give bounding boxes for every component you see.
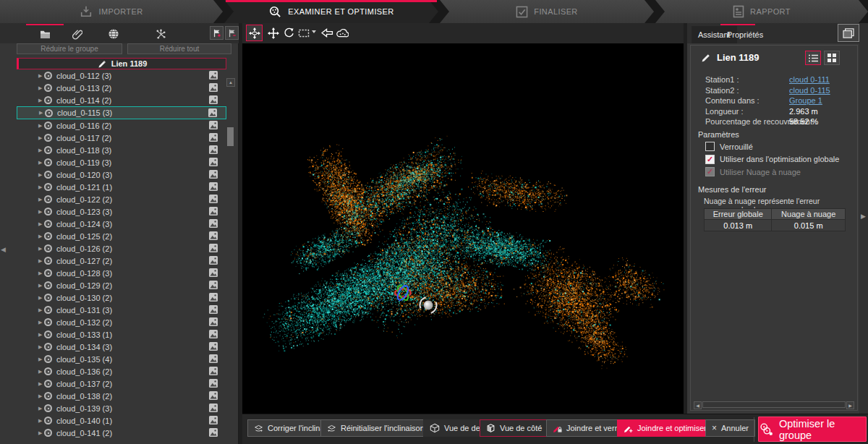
expander-icon[interactable]: ▶: [38, 258, 44, 264]
image-icon[interactable]: [209, 330, 218, 338]
image-icon[interactable]: [209, 71, 218, 80]
rect-select-tool-button[interactable]: [295, 25, 312, 41]
tree-item[interactable]: ▶ cloud_0-119 (3): [17, 156, 226, 168]
side-view-button[interactable]: Vue de côté: [480, 419, 548, 437]
image-icon[interactable]: [209, 158, 218, 166]
expand-panel-handle[interactable]: ▶: [861, 213, 866, 220]
scroll-thumb[interactable]: [227, 127, 234, 146]
tree-item[interactable]: ▶ cloud_0-116 (2): [17, 119, 226, 132]
expander-icon[interactable]: ▶: [38, 270, 44, 276]
tree-item[interactable]: ▶ cloud_0-129 (2): [17, 279, 226, 291]
image-icon[interactable]: [209, 83, 218, 92]
scroll-left-button[interactable]: ◀: [694, 401, 702, 409]
image-icon[interactable]: [209, 121, 218, 129]
expander-icon[interactable]: ▶: [38, 246, 44, 252]
tree-item[interactable]: ▶ cloud_0-123 (3): [17, 205, 226, 218]
expander-icon[interactable]: ▶: [38, 221, 44, 227]
tree-item[interactable]: ▶ cloud_0-138 (2): [17, 390, 226, 402]
tree-item[interactable]: ▶ cloud_0-125 (2): [17, 230, 226, 242]
property-link[interactable]: cloud 0-115: [789, 86, 830, 95]
checkbox[interactable]: [705, 142, 715, 151]
image-icon[interactable]: [209, 219, 218, 228]
expander-icon[interactable]: ▶: [38, 184, 44, 190]
flag-remove-button[interactable]: [225, 26, 239, 40]
image-icon[interactable]: [209, 231, 218, 240]
tree-item[interactable]: ▶ cloud_0-137 (2): [17, 377, 226, 390]
reset-tilt-button[interactable]: Réinitialiser l'inclinaison: [320, 419, 431, 437]
tab-importer[interactable]: IMPORTER: [0, 0, 223, 23]
image-icon[interactable]: [209, 256, 218, 265]
property-link[interactable]: Groupe 1: [789, 96, 822, 105]
grid-view-button[interactable]: [824, 51, 840, 65]
collapse-all-button[interactable]: Réduire tout: [127, 43, 231, 54]
image-icon[interactable]: [209, 281, 218, 289]
cloud-view-button[interactable]: [334, 25, 351, 41]
scroll-up-button[interactable]: ▲: [226, 78, 235, 87]
image-icon[interactable]: [209, 268, 218, 277]
image-icon[interactable]: [209, 145, 218, 154]
tree-scrollbar[interactable]: ▲ ▼: [226, 58, 235, 444]
tree-item[interactable]: ▶ cloud_0-130 (2): [17, 291, 226, 304]
tree-item[interactable]: ▶ cloud_0-117 (2): [17, 132, 226, 144]
image-icon[interactable]: [209, 342, 218, 351]
image-icon[interactable]: [209, 195, 218, 203]
tree-item[interactable]: ▶ cloud_0-112 (3): [17, 69, 226, 82]
tree-item[interactable]: ▶ cloud_0-114 (2): [17, 94, 226, 106]
image-icon[interactable]: [209, 416, 218, 424]
expander-icon[interactable]: ▶: [38, 418, 44, 424]
image-icon[interactable]: [209, 170, 218, 179]
expander-icon[interactable]: ▶: [38, 197, 44, 202]
image-icon[interactable]: [208, 108, 217, 117]
tree-item[interactable]: ▶ cloud_0-126 (2): [17, 242, 226, 255]
join-optimize-button[interactable]: Joindre et optimiser: [617, 419, 713, 437]
tree-item[interactable]: ▶ cloud_0-127 (2): [17, 255, 226, 267]
tree-item[interactable]: ▶ cloud_0-132 (2): [17, 316, 226, 328]
viewport-3d[interactable]: [242, 23, 684, 414]
expander-icon[interactable]: ▶: [38, 135, 44, 141]
expander-icon[interactable]: ▶: [38, 172, 44, 178]
image-icon[interactable]: [209, 391, 218, 400]
point-cloud-canvas[interactable]: [242, 43, 684, 414]
tab-project-tree[interactable]: [33, 25, 57, 43]
collapse-panel-handle[interactable]: ◀: [1, 246, 6, 253]
tree-item[interactable]: ▶ cloud_0-128 (3): [17, 267, 226, 279]
image-icon[interactable]: [209, 207, 218, 215]
collapse-group-button[interactable]: Réduire le groupe: [17, 43, 122, 54]
checkbox[interactable]: ✓: [705, 155, 715, 164]
tree-item[interactable]: ▶ cloud_0-115 (3): [17, 106, 226, 119]
expander-icon[interactable]: ▶: [38, 307, 44, 313]
image-icon[interactable]: [209, 182, 218, 191]
tab-proprietes[interactable]: Propriétés: [720, 26, 770, 43]
flag-add-button[interactable]: [210, 26, 224, 40]
tree-item[interactable]: ▶ cloud_0-113 (2): [17, 82, 226, 94]
tree-item[interactable]: ▶ cloud_0-136 (2): [17, 365, 226, 377]
expander-icon[interactable]: ▶: [38, 85, 44, 91]
expander-icon[interactable]: ▶: [38, 209, 44, 215]
tab-examiner-et-optimiser[interactable]: EXAMINER ET OPTIMISER: [224, 0, 438, 23]
expander-icon[interactable]: ▶: [38, 160, 44, 166]
image-icon[interactable]: [209, 244, 218, 252]
expander-icon[interactable]: ▶: [38, 148, 44, 153]
orbit-tool-button[interactable]: [246, 25, 263, 41]
tree-item[interactable]: ▶ cloud_0-141 (2): [17, 427, 226, 439]
tree-item[interactable]: ▶ cloud_0-118 (3): [17, 144, 226, 156]
tree-item[interactable]: ▶ cloud_0-131 (3): [17, 304, 226, 316]
expander-icon[interactable]: ▶: [38, 393, 44, 399]
image-icon[interactable]: [209, 293, 218, 302]
tree-item[interactable]: ▶ cloud_0-121 (1): [17, 181, 226, 193]
image-icon[interactable]: [209, 133, 218, 142]
image-icon[interactable]: [209, 404, 218, 412]
properties-hscrollbar[interactable]: ◀ ▶: [694, 401, 854, 409]
tab-georeference[interactable]: [101, 25, 126, 43]
image-icon[interactable]: [209, 305, 218, 314]
expander-icon[interactable]: ▶: [38, 320, 44, 325]
expander-icon[interactable]: ▶: [38, 123, 44, 129]
tree-link-header[interactable]: Lien 1189: [17, 58, 226, 69]
expander-icon[interactable]: ▶: [38, 283, 44, 289]
tab-attachments[interactable]: [65, 25, 90, 43]
image-icon[interactable]: [209, 367, 218, 375]
image-icon[interactable]: [209, 95, 218, 104]
tree-item[interactable]: ▶ cloud_0-124 (3): [17, 218, 226, 230]
expander-icon[interactable]: ▶: [38, 381, 44, 387]
expander-icon[interactable]: ▶: [38, 234, 44, 239]
